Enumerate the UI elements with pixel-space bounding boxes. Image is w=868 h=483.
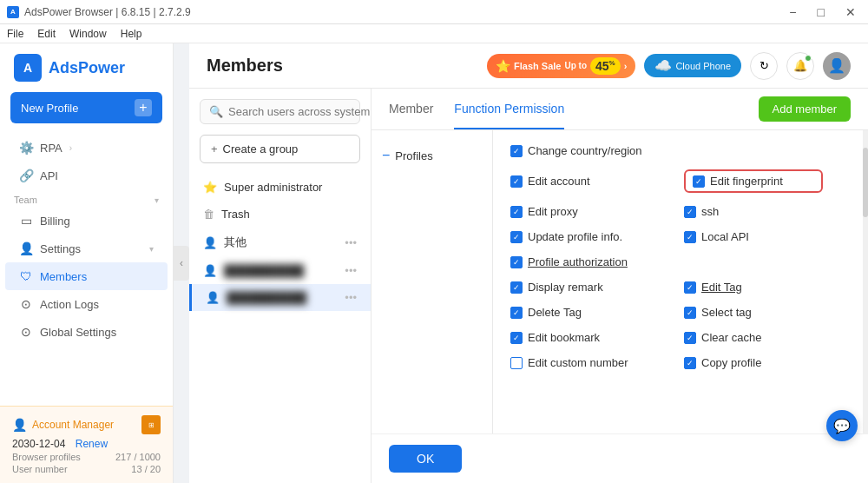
maximize-button[interactable]: □	[812, 3, 830, 21]
perm-checkbox-delete-tag[interactable]	[510, 307, 523, 319]
perm-checkbox-edit-proxy[interactable]	[510, 206, 523, 218]
menu-file[interactable]: File	[7, 28, 23, 40]
group-item-other[interactable]: 👤 其他 •••	[189, 228, 371, 257]
perm-label: Edit custom number	[528, 356, 628, 369]
perm-local-api: Local API	[684, 230, 823, 243]
window-controls[interactable]: − □ ✕	[784, 3, 861, 21]
profiles-item[interactable]: − Profiles	[382, 144, 482, 167]
minimize-button[interactable]: −	[784, 3, 801, 21]
account-manager-header: 👤 Account Manager ⊞	[12, 415, 161, 434]
perm-checkbox-copy-profile[interactable]	[684, 357, 696, 369]
perm-label: Clear cache	[701, 331, 761, 344]
panel-header: Member Function Permission Add member	[372, 89, 868, 130]
api-label: API	[40, 169, 58, 182]
sidebar: A AdsPower New Profile + ⚙️ RPA › 🔗 API …	[0, 43, 174, 483]
perm-checkbox-edit-custom-number[interactable]	[510, 357, 523, 369]
action-logs-icon: ⊙	[19, 297, 33, 311]
new-profile-label: New Profile	[21, 102, 78, 115]
cloud-phone-label: Cloud Phone	[675, 61, 731, 71]
perm-checkbox-clear-cache[interactable]	[684, 332, 696, 344]
star-icon: ⭐	[203, 181, 217, 194]
perm-checkbox-edit-account[interactable]	[510, 175, 523, 188]
add-member-button[interactable]: Add member	[759, 96, 851, 122]
group-menu-icon[interactable]: •••	[345, 264, 357, 277]
perm-checkbox-local-api[interactable]	[684, 231, 696, 243]
permissions-layout: − Profiles Change country/region	[372, 130, 868, 433]
group-label: ██████████	[224, 264, 304, 277]
menu-edit[interactable]: Edit	[37, 28, 56, 40]
create-group-button[interactable]: + Create a group	[200, 135, 360, 163]
settings-label: Settings	[40, 242, 81, 255]
group-item-blurred-1[interactable]: 👤 ██████████ •••	[189, 257, 371, 284]
group-item-blurred-2[interactable]: 👤 ██████████ •••	[189, 284, 371, 311]
account-date: 2030-12-04 Renew	[12, 438, 161, 450]
members-icon: 🛡	[19, 269, 33, 283]
group-label: ██████████	[227, 291, 306, 304]
perm-edit-tag: Edit Tag	[684, 281, 823, 294]
perm-label: Profile authorization	[528, 255, 628, 268]
search-box[interactable]: 🔍	[200, 99, 360, 124]
perm-profile-auth: Profile authorization	[510, 255, 649, 268]
sidebar-item-members[interactable]: 🛡 Members	[5, 262, 168, 290]
perm-edit-fingerprint: Edit fingerprint	[684, 169, 823, 193]
perm-checkbox-profile-auth[interactable]	[510, 256, 523, 268]
sidebar-collapse-button[interactable]: ‹	[174, 246, 189, 281]
group-label: Trash	[221, 208, 250, 221]
sidebar-item-settings[interactable]: 👤 Settings ▾	[5, 235, 168, 262]
person-icon: 👤	[206, 291, 220, 304]
search-input[interactable]	[228, 105, 374, 118]
qr-icon[interactable]: ⊞	[141, 415, 161, 434]
flash-sale-banner[interactable]: ⭐ Flash Sale Up to 45% ›	[487, 54, 635, 78]
create-group-label: Create a group	[223, 142, 299, 155]
notifications-button[interactable]: 🔔	[786, 52, 814, 80]
menu-bar: File Edit Window Help	[0, 24, 868, 43]
perm-label: Copy profile	[701, 356, 761, 369]
perm-checkbox-display-remark[interactable]	[510, 281, 523, 294]
sidebar-item-action-logs[interactable]: ⊙ Action Logs	[5, 290, 168, 318]
scrollbar-thumb[interactable]	[863, 148, 868, 217]
settings-icon: 👤	[19, 242, 33, 255]
browser-profiles-label: Browser profiles	[12, 452, 81, 462]
perm-checkbox-update-profile[interactable]	[510, 231, 523, 243]
perm-checkbox-ssh[interactable]	[684, 206, 696, 218]
perm-checkbox-edit-tag[interactable]	[684, 281, 696, 294]
new-profile-button[interactable]: New Profile +	[10, 92, 162, 123]
action-logs-label: Action Logs	[40, 298, 99, 311]
cloud-phone-button[interactable]: ☁️ Cloud Phone	[644, 54, 741, 77]
group-item-trash[interactable]: 🗑 Trash	[189, 201, 371, 228]
perm-change-country: Change country/region	[510, 144, 649, 157]
perm-checkbox-change-country[interactable]	[510, 145, 523, 157]
scrollbar[interactable]	[863, 130, 868, 433]
group-item-super-admin[interactable]: ⭐ Super administrator	[189, 174, 371, 201]
tab-function-permission[interactable]: Function Permission	[454, 89, 564, 129]
menu-window[interactable]: Window	[69, 28, 107, 40]
sidebar-item-api[interactable]: 🔗 API	[5, 162, 168, 189]
sidebar-item-billing[interactable]: ▭ Billing	[5, 207, 168, 235]
renew-link[interactable]: Renew	[76, 438, 108, 450]
support-float-button[interactable]: 💬	[826, 410, 858, 441]
refresh-button[interactable]: ↻	[750, 52, 778, 80]
sidebar-item-global-settings[interactable]: ⊙ Global Settings	[5, 318, 168, 346]
logo-text: AdsPower	[49, 59, 125, 77]
tab-member[interactable]: Member	[389, 89, 433, 129]
sidebar-item-rpa[interactable]: ⚙️ RPA ›	[5, 134, 168, 162]
flash-sale-upto: Up to	[564, 61, 587, 70]
perm-checkbox-edit-bookmark[interactable]	[510, 332, 523, 344]
perm-edit-bookmark: Edit bookmark	[510, 331, 649, 344]
perm-checkbox-select-tag[interactable]	[684, 307, 696, 319]
permissions-grid: Change country/region Edit account	[493, 130, 868, 433]
billing-label: Billing	[40, 215, 70, 228]
billing-icon: ▭	[19, 214, 33, 228]
plus-icon: +	[211, 142, 218, 155]
flash-discount: 45%	[590, 57, 621, 75]
account-manager-section: 👤 Account Manager ⊞ 2030-12-04 Renew Bro…	[0, 406, 173, 483]
user-avatar[interactable]: 👤	[823, 52, 851, 80]
perm-checkbox-edit-fingerprint[interactable]	[693, 175, 705, 188]
group-menu-icon[interactable]: •••	[345, 236, 357, 249]
star-icon: ⭐	[496, 59, 510, 73]
perm-row-3: Edit proxy ssh	[510, 205, 851, 218]
ok-button[interactable]: OK	[389, 445, 462, 473]
close-button[interactable]: ✕	[840, 3, 861, 21]
menu-help[interactable]: Help	[121, 28, 142, 40]
group-menu-icon[interactable]: •••	[345, 291, 357, 304]
